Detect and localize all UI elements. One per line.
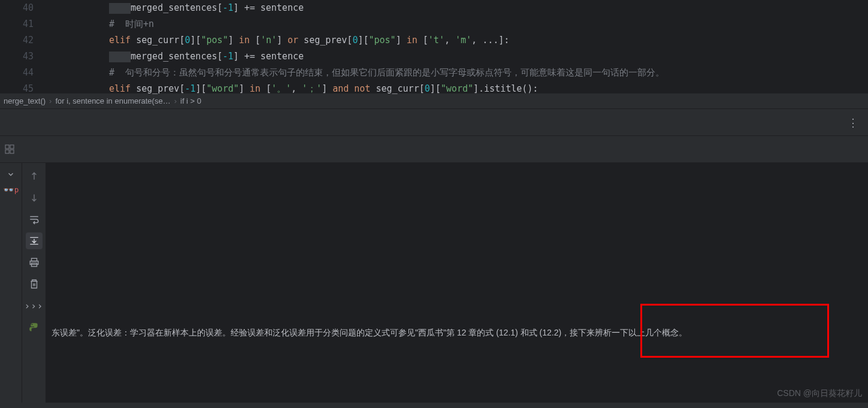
- svg-rect-1: [10, 145, 14, 149]
- code-line[interactable]: merged_sentences[-1] += sentence: [43, 49, 868, 65]
- arrow-up-icon[interactable]: [26, 168, 43, 185]
- breadcrumb-item[interactable]: for i, sentence in enumerate(se…: [52, 96, 174, 105]
- line-number: 41: [0, 16, 43, 32]
- line-number: 40: [0, 0, 43, 16]
- more-icon[interactable]: ›››: [26, 297, 43, 314]
- svg-rect-3: [10, 150, 14, 153]
- print-icon[interactable]: [26, 254, 43, 271]
- breadcrumb-item[interactable]: nerge_text(): [0, 96, 49, 105]
- panel-header: ⋮: [0, 109, 868, 136]
- structure-icon[interactable]: [0, 144, 19, 154]
- editor-area: 40 41 42 43 44 45 merged_sentences[-1] +…: [0, 0, 868, 93]
- scroll-to-end-icon[interactable]: [26, 232, 43, 249]
- code-line[interactable]: elif seg_curr[0]["pos"] in ['n'] or seg_…: [43, 32, 868, 49]
- breadcrumb-item[interactable]: if i > 0: [177, 96, 205, 105]
- left-tab-bar: 👓 p: [0, 163, 22, 403]
- line-number: 44: [0, 65, 43, 81]
- code-line[interactable]: merged_sentences[-1] += sentence: [43, 0, 868, 16]
- debugger-icon[interactable]: 👓 p: [4, 183, 17, 197]
- svg-point-7: [31, 324, 32, 325]
- code-content[interactable]: merged_sentences[-1] += sentence # 时间+n …: [43, 0, 868, 93]
- line-number: 45: [0, 81, 43, 97]
- python-icon[interactable]: [26, 319, 43, 336]
- output-text: 东误差"。泛化误差：学习器在新样本上的误差。经验误差和泛化误差用于分类问题的定义…: [52, 328, 862, 339]
- svg-rect-2: [5, 150, 9, 153]
- arrow-down-icon[interactable]: [26, 189, 43, 206]
- code-line[interactable]: # 时间+n: [43, 16, 868, 32]
- line-number: 43: [0, 49, 43, 65]
- console-output[interactable]: 东误差"。泛化误差：学习器在新样本上的误差。经验误差和泛化误差用于分类问题的定义…: [46, 163, 868, 403]
- line-number: 42: [0, 32, 43, 49]
- svg-rect-0: [5, 145, 9, 149]
- code-line[interactable]: elif seg_prev[-1]["word"] in ['。', '；'] …: [43, 81, 868, 97]
- code-line[interactable]: # 句号和分号：虽然句号和分号通常表示句子的结束，但如果它们后面紧跟的是小写字母…: [43, 65, 868, 81]
- more-menu-icon[interactable]: ⋮: [848, 116, 858, 129]
- trash-icon[interactable]: [26, 276, 43, 292]
- chevron-down-icon[interactable]: [4, 168, 17, 181]
- panel-subheader: [0, 136, 868, 163]
- tool-column: ›››: [22, 163, 46, 403]
- soft-wrap-icon[interactable]: [26, 211, 43, 228]
- run-panel: 👓 p ››› 东误差"。泛化误差：学习器在新样本上的误差。经验误差和泛化误差用…: [0, 163, 868, 403]
- watermark: CSDN @向日葵花籽儿: [777, 388, 862, 399]
- line-gutter: 40 41 42 43 44 45: [0, 0, 43, 93]
